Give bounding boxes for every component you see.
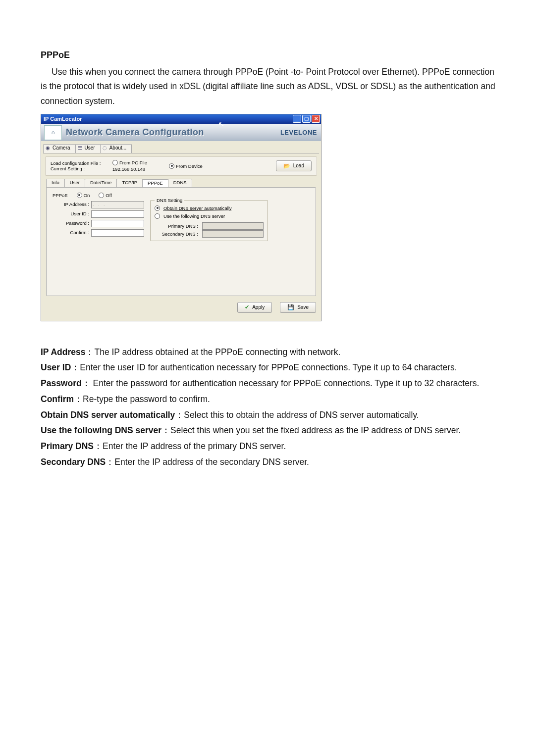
password-label: Password :: [53, 220, 91, 226]
radio-on-label: On: [84, 193, 90, 198]
banner: ⌂ Network Camera Configuration LEVELONE: [41, 124, 321, 141]
check-icon: ✔: [245, 304, 249, 310]
def-obtain-dns-desc: ：Select this to obtain the address of DN…: [175, 410, 419, 420]
load-button[interactable]: 📂Load: [276, 160, 312, 171]
title-bar: IP CamLocator ↖ _ ▢ ✕: [41, 114, 321, 124]
dns-setting-group: DNS Setting Obtain DNS server automatica…: [150, 200, 268, 241]
pppoe-panel: PPPoE On Off IP Address :. . . User ID :…: [46, 187, 316, 296]
radio-from-pc-file[interactable]: [112, 160, 118, 165]
logo-icon: ⌂: [44, 125, 62, 140]
def-user-id-term: User ID: [41, 362, 71, 372]
window-title: IP CamLocator: [44, 116, 82, 122]
radio-from-pc-file-label: From PC File: [119, 160, 147, 165]
radio-pppoe-on[interactable]: [77, 193, 82, 198]
cursor-icon: ↖: [218, 120, 225, 128]
user-icon: ☰: [78, 145, 82, 151]
save-button[interactable]: 💾Save: [280, 302, 316, 313]
primary-dns-field[interactable]: [202, 222, 264, 230]
def-use-dns-term: Use the following DNS server: [41, 425, 161, 435]
subtab-datetime[interactable]: Date/Time: [85, 179, 117, 187]
pppoe-label: PPPoE: [53, 193, 68, 198]
user-id-field[interactable]: [91, 210, 144, 218]
radio-dns-manual[interactable]: [155, 213, 160, 219]
def-password-desc: ： Enter the password for authentication …: [82, 378, 480, 388]
confirm-label: Confirm :: [53, 230, 91, 235]
def-obtain-dns-term: Obtain DNS server automatically: [41, 410, 175, 420]
load-config-label: Load configuration File :: [51, 160, 112, 166]
radio-pppoe-off[interactable]: [99, 193, 104, 198]
current-ip-value: 192.168.50.148: [112, 166, 167, 172]
subtab-info[interactable]: Info: [46, 179, 65, 187]
section-heading: PPPoE: [41, 48, 499, 63]
subtab-tcpip[interactable]: TCP/IP: [116, 179, 143, 187]
radio-from-device-label: From Device: [176, 163, 203, 169]
apply-button[interactable]: ✔Apply: [237, 302, 272, 313]
def-ip-address-desc: ：The IP address obtained at the PPPoE co…: [85, 347, 340, 357]
tab-about-label: About...: [109, 145, 126, 151]
password-field[interactable]: [91, 220, 144, 227]
close-button[interactable]: ✕: [312, 115, 320, 123]
def-password-term: Password: [41, 378, 82, 388]
def-primary-dns-desc: ：Enter the IP address of the primary DNS…: [94, 441, 286, 451]
radio-dns-auto[interactable]: [155, 205, 160, 211]
primary-dns-label: Primary DNS :: [155, 223, 200, 229]
minimize-button[interactable]: _: [293, 115, 301, 123]
dns-legend: DNS Setting: [155, 198, 184, 203]
def-user-id-desc: ：Enter the user ID for authentication ne…: [71, 362, 457, 372]
radio-off-label: Off: [106, 193, 112, 198]
def-secondary-dns-desc: ：Enter the IP address of the secondary D…: [106, 457, 309, 467]
def-confirm-desc: ：Re-type the password to confirm.: [74, 394, 210, 404]
def-primary-dns-term: Primary DNS: [41, 441, 94, 451]
subtab-user[interactable]: User: [64, 179, 85, 187]
sub-tabs: Info User Date/Time TCP/IP PPPoE DDNS: [46, 179, 316, 187]
tab-camera[interactable]: ◉Camera: [43, 144, 76, 153]
top-tabs: ◉Camera ☰User ◌About...: [41, 141, 321, 153]
ip-address-field[interactable]: . . .: [91, 201, 144, 208]
ip-address-label: IP Address :: [53, 202, 91, 207]
info-icon: ◌: [103, 145, 107, 151]
secondary-dns-label: Secondary DNS :: [155, 231, 200, 237]
camera-icon: ◉: [46, 145, 50, 151]
save-icon: 💾: [287, 304, 294, 310]
brand-label: LEVELONE: [272, 129, 321, 137]
dns-auto-label: Obtain DNS server automatically: [163, 205, 232, 211]
dns-manual-label: Use the following DNS server: [163, 213, 225, 219]
footer-buttons: ✔Apply 💾Save: [46, 299, 316, 316]
tab-user-label: User: [85, 145, 95, 151]
config-row: Load configuration File : Current Settin…: [45, 156, 317, 176]
intro-paragraph: Use this when you connect the camera thr…: [41, 65, 499, 109]
confirm-field[interactable]: [91, 229, 144, 237]
definitions: IP Address：The IP address obtained at th…: [41, 345, 499, 470]
radio-from-device[interactable]: [169, 163, 174, 169]
user-id-label: User ID :: [53, 211, 91, 216]
subtab-ddns[interactable]: DDNS: [168, 179, 192, 187]
current-setting-label: Current Setting :: [51, 166, 112, 171]
save-button-label: Save: [297, 304, 309, 310]
maximize-button[interactable]: ▢: [302, 115, 311, 123]
secondary-dns-field[interactable]: [202, 230, 264, 238]
tab-user[interactable]: ☰User: [75, 144, 101, 153]
banner-title: Network Camera Configuration: [66, 127, 272, 138]
folder-icon: 📂: [283, 163, 290, 169]
subtab-pppoe[interactable]: PPPoE: [142, 179, 168, 188]
apply-button-label: Apply: [252, 304, 265, 310]
app-window: IP CamLocator ↖ _ ▢ ✕ ⌂ Network Camera C…: [41, 114, 321, 321]
def-ip-address-term: IP Address: [41, 347, 85, 357]
def-use-dns-desc: ：Select this when you set the fixed addr…: [161, 425, 461, 435]
tab-camera-label: Camera: [53, 145, 70, 151]
load-button-label: Load: [293, 163, 304, 169]
def-secondary-dns-term: Secondary DNS: [41, 457, 106, 467]
tab-about[interactable]: ◌About...: [100, 144, 132, 153]
def-confirm-term: Confirm: [41, 394, 74, 404]
